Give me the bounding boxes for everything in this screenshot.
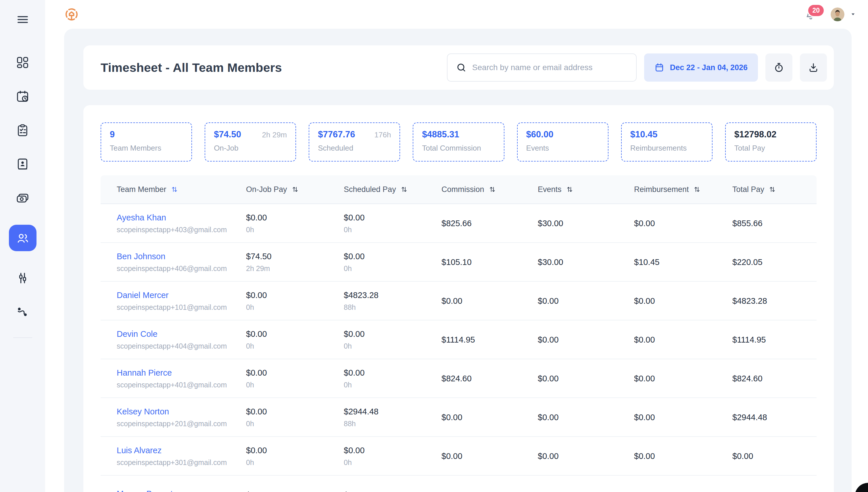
column-header[interactable]: Reimbursement [634, 175, 732, 203]
summary-value: $12798.02 [734, 129, 776, 140]
member-name-link[interactable]: Hannah Pierce [117, 368, 246, 378]
on-job-hours: 0h [246, 341, 344, 351]
sidebar-item-settings[interactable] [9, 271, 36, 285]
total-pay: $0.00 [732, 451, 817, 461]
summary-label: Reimbursements [630, 144, 703, 153]
menu-icon[interactable] [16, 13, 30, 26]
column-label: Reimbursement [634, 185, 689, 194]
table-row: Luis Alvarez scopeinspectapp+301@gmail.c… [101, 437, 817, 476]
member-name-link[interactable]: Ayesha Khan [117, 212, 246, 223]
chat-fab[interactable] [855, 483, 868, 492]
on-job-hours: 0h [246, 303, 344, 312]
sidebar [0, 0, 45, 492]
download-button[interactable] [800, 53, 827, 82]
member-name-link[interactable]: Devin Cole [117, 329, 246, 339]
calendar-icon [654, 63, 664, 72]
summary-subvalue: 176h [374, 130, 391, 139]
reimbursement: $0.00 [634, 451, 732, 461]
notifications-button[interactable]: 20 [804, 8, 817, 21]
column-header[interactable]: Total Pay [732, 175, 817, 203]
scheduled-hours: 0h [344, 264, 442, 273]
avatar [830, 7, 844, 21]
scheduled-hours: 0h [344, 380, 442, 389]
table-row: Hannah Pierce scopeinspectapp+401@gmail.… [101, 359, 817, 398]
sidebar-item-tasks[interactable] [9, 123, 36, 138]
sliders-icon [16, 271, 29, 285]
member-name-link[interactable]: Daniel Mercer [117, 290, 246, 300]
scheduled-pay: $2944.48 [344, 407, 442, 417]
on-job-pay: $0.00 [246, 490, 344, 492]
sidebar-item-contacts[interactable] [9, 157, 36, 171]
member-name-link[interactable]: Ben Johnson [117, 251, 246, 262]
summary-card: $10.45 Reimbursements [621, 122, 713, 162]
member-name-link[interactable]: Luis Alvarez [117, 445, 246, 456]
sidebar-item-team-members[interactable] [9, 225, 36, 251]
summary-label: Total Commission [422, 144, 495, 153]
column-header[interactable]: On-Job Pay [246, 175, 344, 203]
column-header[interactable]: Events [538, 175, 634, 203]
events: $0.00 [538, 335, 634, 345]
summary-value: 9 [110, 129, 115, 140]
stopwatch-button[interactable] [765, 53, 792, 82]
table-row: Ayesha Khan scopeinspectapp+403@gmail.co… [101, 204, 817, 243]
member-email: scopeinspectapp+403@gmail.com [117, 225, 246, 234]
scheduled-pay: $0.00 [344, 251, 442, 262]
table-row: Devin Cole scopeinspectapp+404@gmail.com… [101, 320, 817, 359]
contact-book-icon [16, 157, 29, 171]
summary-card: $12798.02 Total Pay [725, 122, 817, 162]
on-job-pay: $0.00 [246, 445, 344, 456]
member-name-link[interactable]: Kelsey Norton [117, 407, 246, 417]
member-name-link[interactable]: Marcus Bennet [117, 489, 246, 492]
search-input[interactable] [472, 63, 627, 72]
team-members-icon [16, 231, 29, 245]
events: $30.00 [538, 257, 634, 267]
sidebar-item-payroll[interactable] [9, 191, 36, 205]
header-actions: Dec 22 - Jan 04, 2026 [447, 53, 827, 82]
summary-value: $10.45 [630, 129, 658, 140]
table-row: Kelsey Norton scopeinspectapp+201@gmail.… [101, 398, 817, 437]
commission: $0.00 [442, 296, 538, 306]
on-job-pay: $0.00 [246, 212, 344, 223]
on-job-hours: 0h [246, 380, 344, 389]
sort-icon [566, 186, 574, 193]
column-label: Commission [442, 185, 484, 194]
commission: $1114.95 [442, 335, 538, 345]
reimbursement: $0.00 [634, 412, 732, 422]
member-email: scopeinspectapp+404@gmail.com [117, 341, 246, 351]
user-menu[interactable] [830, 7, 857, 21]
timesheet-table: Team Member On-Job Pay [101, 175, 817, 492]
scheduled-hours: 88h [344, 303, 442, 312]
summary-label: Total Pay [734, 144, 808, 153]
column-header[interactable]: Commission [442, 175, 538, 203]
column-header[interactable]: Scheduled Pay [344, 175, 442, 203]
sidebar-item-schedule[interactable] [9, 89, 36, 103]
sort-icon [291, 186, 299, 193]
summary-card: $60.00 Events [517, 122, 609, 162]
summary-card: 9 Team Members [101, 122, 192, 162]
summary-card: $4885.31 Total Commission [413, 122, 504, 162]
events: $0.00 [538, 373, 634, 384]
summary-card: $7767.76 176h Scheduled [309, 122, 400, 162]
page-header-card: Timesheet - All Team Members Dec 22 - Ja… [83, 45, 834, 90]
date-range-picker[interactable]: Dec 22 - Jan 04, 2026 [644, 53, 758, 82]
sort-icon [768, 186, 776, 193]
summary-value: $7767.76 [318, 129, 355, 140]
topbar-actions: 20 [804, 7, 857, 21]
scheduled-hours: 0h [344, 458, 442, 467]
on-job-pay: $74.50 [246, 251, 344, 262]
timesheet-app: 20 Timesheet - All Team Members [0, 0, 868, 492]
summary-label: On-Job [214, 144, 287, 153]
sort-icon [400, 186, 408, 193]
reimbursement: $0.00 [634, 335, 732, 345]
commission: $824.60 [442, 373, 538, 384]
clipboard-checklist-icon [16, 124, 29, 137]
commission: $105.10 [442, 257, 538, 267]
column-header[interactable]: Team Member [101, 175, 246, 203]
on-job-hours: 0h [246, 419, 344, 428]
sort-icon [488, 186, 496, 193]
sidebar-item-dashboard[interactable] [9, 55, 36, 70]
sidebar-item-workflow[interactable] [9, 304, 36, 319]
download-icon [808, 62, 819, 73]
events: $0.00 [538, 412, 634, 422]
table-row: Ben Johnson scopeinspectapp+406@gmail.co… [101, 243, 817, 281]
